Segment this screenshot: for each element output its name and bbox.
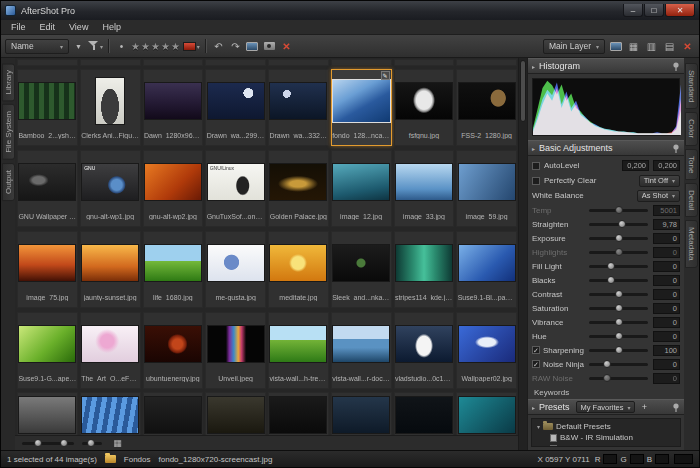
autolevel-checkbox[interactable] (532, 162, 540, 170)
star-icon[interactable]: ★ (161, 41, 171, 52)
adjust-slider[interactable] (589, 293, 648, 296)
thumbnail-cell[interactable] (331, 392, 392, 435)
thumbnail-cell[interactable]: meditate.jpg (268, 231, 329, 308)
thumbnail-cell[interactable]: GNU/LinuxGnuTuxSof...on-v1.jpg (205, 150, 266, 227)
thumbnail-cell[interactable]: image_33.jpg (394, 150, 455, 227)
thumbnail-cell[interactable]: Suse9.1-Bl...papers.jpg (456, 231, 517, 308)
thumbnail-cell[interactable]: Clerks Ani...Figure.jpg (80, 69, 141, 146)
tab-library[interactable]: Library (2, 63, 15, 101)
close-button[interactable]: ✕ (665, 4, 695, 17)
thumbnail-cell[interactable]: image_75.jpg (17, 231, 78, 308)
adjust-slider[interactable] (589, 321, 648, 324)
preset-item[interactable]: B&W - IR Simulation (532, 432, 680, 443)
slider-handle[interactable] (603, 374, 611, 382)
thumbnail-cell[interactable]: Golden Palace.jpg (268, 150, 329, 227)
adjust-slider[interactable] (589, 335, 648, 338)
star-icon[interactable]: ★ (151, 41, 161, 52)
adjust-value[interactable]: 0 (653, 233, 680, 244)
menu-help[interactable]: Help (95, 22, 128, 32)
thumbnail-cell[interactable] (456, 59, 517, 66)
menu-file[interactable]: File (4, 22, 33, 32)
slider-handle[interactable] (87, 439, 95, 447)
tab-file-system[interactable]: File System (2, 104, 15, 160)
slider-handle[interactable] (615, 248, 623, 256)
menu-edit[interactable]: Edit (33, 22, 63, 32)
thumbnail-cell[interactable]: FSS-2_1280.jpg (456, 69, 517, 146)
thumbnail-cell[interactable]: GNUgnu-alt-wp1.jpg (80, 150, 141, 227)
star-icon[interactable]: ★ (141, 41, 151, 52)
adjust-slider[interactable] (589, 251, 648, 254)
slider-handle[interactable] (615, 290, 623, 298)
perfectly-clear-checkbox[interactable] (532, 177, 540, 185)
star-icon[interactable]: ★ (171, 41, 181, 52)
thumbnail-cell[interactable]: me-gusta.jpg (205, 231, 266, 308)
thumbnail-cell[interactable]: gnu-alt-wp2.jpg (143, 150, 204, 227)
thumbnail-cell[interactable] (205, 59, 266, 66)
add-preset-button[interactable]: + (639, 402, 649, 412)
presets-header[interactable]: ▸ Presets My Favorites ▾ + (528, 399, 684, 415)
slider-handle[interactable] (607, 262, 615, 270)
list-view-button[interactable]: ▤ (662, 38, 677, 54)
thumbnail-cell[interactable] (394, 59, 455, 66)
slider-handle[interactable] (618, 220, 626, 228)
autolevel-high-field[interactable]: 0,200 (653, 160, 680, 171)
adjust-value[interactable]: 0 (653, 359, 680, 370)
sort-dropdown[interactable]: Name ▾ (5, 39, 69, 54)
slider-handle[interactable] (60, 439, 68, 447)
rotate-left-button[interactable]: ↶ (211, 38, 226, 54)
pin-icon[interactable] (672, 403, 680, 412)
rotate-right-button[interactable]: ↷ (228, 38, 243, 54)
delete-button[interactable]: ✕ (279, 38, 294, 54)
preview-button[interactable] (608, 38, 623, 54)
thumbnail-cell[interactable] (205, 392, 266, 435)
adjust-value[interactable]: 0 (653, 247, 680, 258)
no-rating-button[interactable]: • (114, 38, 129, 54)
adjust-value[interactable]: 0 (653, 289, 680, 300)
thumbnail-size-slider[interactable] (22, 442, 74, 445)
slider-handle[interactable] (615, 332, 623, 340)
adjust-value[interactable]: 0 (653, 275, 680, 286)
thumbnail-cell[interactable]: Drawn_wa...299_.jpg (205, 69, 266, 146)
adjust-slider[interactable] (589, 265, 648, 268)
minimize-button[interactable]: – (623, 4, 643, 17)
tab-output[interactable]: Output (2, 163, 15, 201)
thumbnail-cell[interactable]: Drawn_wa...332_.jpg (268, 69, 329, 146)
slider-handle[interactable] (603, 360, 611, 368)
layer-dropdown[interactable]: Main Layer ▾ (543, 39, 605, 54)
grid-scrollbar[interactable] (518, 58, 527, 450)
adjust-checkbox[interactable]: ✓ (532, 346, 540, 354)
preset-item[interactable]: B&W - Simple (532, 443, 680, 447)
adjust-slider[interactable] (589, 377, 648, 380)
camera-button[interactable] (262, 38, 277, 54)
thumbnail-cell[interactable] (268, 392, 329, 435)
thumbnail-cell[interactable]: life_1680.jpg (143, 231, 204, 308)
thumbnail-cell[interactable]: fondo_128...ncast.jpg✎ (331, 69, 392, 146)
thumbnail-cell[interactable]: Dawn_1280x960.jpg (143, 69, 204, 146)
close-view-button[interactable]: ✕ (680, 38, 695, 54)
star-rating[interactable]: ★★★★★ (131, 41, 181, 52)
slider-handle[interactable] (615, 346, 623, 354)
adjust-slider[interactable] (589, 223, 648, 226)
slider-handle[interactable] (615, 304, 623, 312)
folder-name[interactable]: Fondos (124, 455, 151, 464)
pin-icon[interactable] (672, 62, 680, 71)
adjust-value[interactable]: 100 (653, 345, 680, 356)
tab-metadata[interactable]: Metadata (685, 220, 698, 267)
sort-direction-button[interactable]: ▼ (71, 38, 86, 54)
expander-icon[interactable]: ▾ (537, 423, 540, 430)
adjust-value[interactable]: 0 (653, 261, 680, 272)
thumbnail-cell[interactable]: vista-wall...h-tree.jpg (268, 312, 329, 389)
split-view-button[interactable]: ▥ (644, 38, 659, 54)
thumbnail-cell[interactable]: image_59.jpg (456, 150, 517, 227)
keywords-label[interactable]: Keywords (532, 385, 680, 399)
slideshow-button[interactable] (245, 38, 260, 54)
scrollbar-thumb[interactable] (520, 60, 526, 122)
adjust-value[interactable]: 0 (653, 331, 680, 342)
adjust-slider[interactable] (589, 237, 648, 240)
histogram-header[interactable]: ▸ Histogram (528, 58, 684, 74)
thumbnail-cell[interactable]: Wallpaper02.jpg (456, 312, 517, 389)
thumbnail-cell[interactable]: Bamboo_2...ysha.jpg (17, 69, 78, 146)
slider-handle[interactable] (615, 206, 623, 214)
adjust-slider[interactable] (589, 363, 648, 366)
adjust-checkbox[interactable]: ✓ (532, 360, 540, 368)
